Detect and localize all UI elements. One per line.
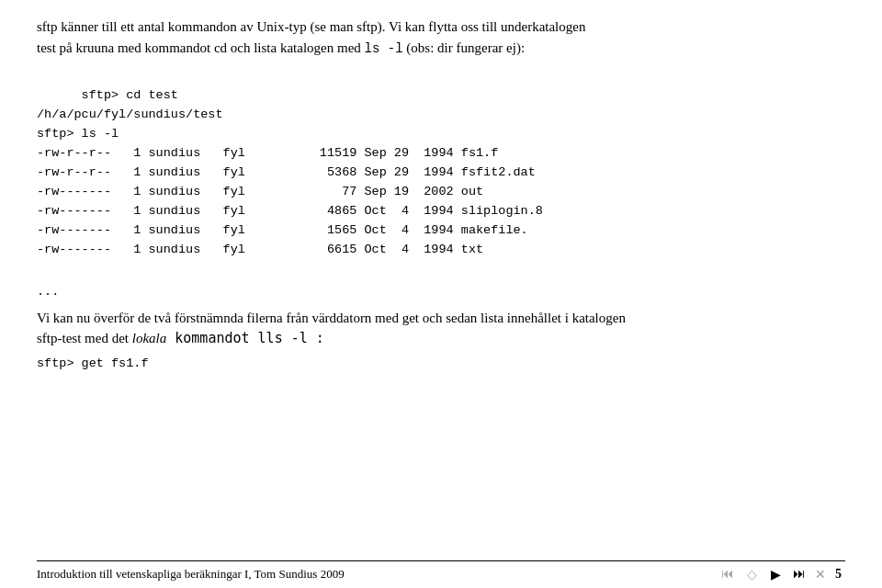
footer-title: Introduktion till vetenskapliga beräknin… <box>37 567 345 582</box>
code-line-7: -rw------- 1 sundius fyl 4865 Oct 4 1994… <box>37 204 543 218</box>
footer-nav: ⏮ ◇ ▶ ⏭ ✕ 5 <box>718 566 845 582</box>
final-code-block: sftp> get fs1.f <box>37 356 845 370</box>
code-line-3: sftp> ls -l <box>37 127 119 141</box>
intro-paragraph: sftp känner till ett antal kommandon av … <box>37 17 845 59</box>
ellipsis: ... <box>37 285 845 299</box>
page-container: sftp känner till ett antal kommandon av … <box>0 0 882 588</box>
nav-last-button[interactable]: ⏭ <box>789 566 809 582</box>
code-line-6: -rw------- 1 sundius fyl 77 Sep 19 2002 … <box>37 185 483 198</box>
nav-diamond-button[interactable]: ◇ <box>741 566 762 582</box>
code-block: sftp> cd test /h/a/pcu/fyl/sundius/test … <box>37 68 845 279</box>
body-text-line2-pre: sftp-test med det <box>37 331 132 345</box>
code-line-4: -rw-r--r-- 1 sundius fyl 11519 Sep 29 19… <box>37 146 498 160</box>
page-number: 5 <box>835 567 842 582</box>
code-line-1: sftp> cd test <box>82 88 178 102</box>
nav-separator: ✕ <box>815 567 826 582</box>
footer: Introduktion till vetenskapliga beräknin… <box>37 560 845 588</box>
main-content: sftp känner till ett antal kommandon av … <box>37 17 845 560</box>
nav-first-button[interactable]: ⏮ <box>718 566 738 582</box>
body-text-italic: lokala <box>132 331 167 345</box>
intro-text-1: sftp känner till ett antal kommandon av … <box>37 19 585 34</box>
intro-text-2-mid: (obs: dir fungerar ej): <box>403 40 525 55</box>
body-paragraph-1: Vi kan nu överför de två förstnämnda fil… <box>37 308 845 349</box>
intro-text-2-pre: test på kruuna med kommandot cd och list… <box>37 40 365 55</box>
code-line-2: /h/a/pcu/fyl/sundius/test <box>37 107 223 121</box>
body-text-code: kommandot lls -l : <box>166 330 324 346</box>
ls-l-code: ls -l <box>365 41 403 56</box>
code-line-8: -rw------- 1 sundius fyl 1565 Oct 4 1994… <box>37 223 528 237</box>
code-line-9: -rw------- 1 sundius fyl 6615 Oct 4 1994… <box>37 243 483 256</box>
code-line-5: -rw-r--r-- 1 sundius fyl 5368 Sep 29 199… <box>37 165 536 179</box>
nav-play-button[interactable]: ▶ <box>765 566 786 582</box>
body-text-line1: Vi kan nu överför de två förstnämnda fil… <box>37 311 626 325</box>
